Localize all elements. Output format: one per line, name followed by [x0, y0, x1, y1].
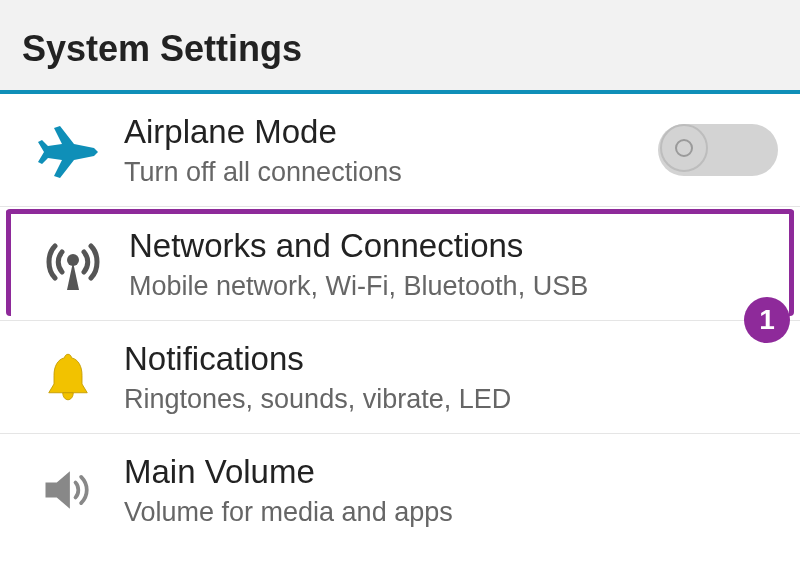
- callout-badge-1: 1: [744, 297, 790, 343]
- volume-subtitle: Volume for media and apps: [124, 496, 778, 528]
- speaker-icon: [18, 460, 118, 520]
- volume-title: Main Volume: [124, 452, 778, 492]
- settings-item-volume[interactable]: Main Volume Volume for media and apps: [0, 434, 800, 546]
- airplane-text: Airplane Mode Turn off all connections: [118, 112, 658, 188]
- notifications-subtitle: Ringtones, sounds, vibrate, LED: [124, 383, 778, 415]
- airplane-icon: [18, 118, 118, 182]
- settings-list: Airplane Mode Turn off all connections: [0, 94, 800, 546]
- networks-title: Networks and Connections: [129, 226, 773, 266]
- airplane-title: Airplane Mode: [124, 112, 658, 152]
- page-title: System Settings: [22, 28, 778, 70]
- settings-item-notifications[interactable]: Notifications Ringtones, sounds, vibrate…: [0, 321, 800, 434]
- notifications-title: Notifications: [124, 339, 778, 379]
- networks-text: Networks and Connections Mobile network,…: [123, 226, 773, 302]
- networks-subtitle: Mobile network, Wi-Fi, Bluetooth, USB: [129, 270, 773, 302]
- volume-text: Main Volume Volume for media and apps: [118, 452, 778, 528]
- header-bar: System Settings: [0, 0, 800, 94]
- notifications-text: Notifications Ringtones, sounds, vibrate…: [118, 339, 778, 415]
- settings-item-networks[interactable]: Networks and Connections Mobile network,…: [6, 209, 794, 316]
- bell-icon: [18, 349, 118, 405]
- settings-item-airplane[interactable]: Airplane Mode Turn off all connections: [0, 94, 800, 207]
- airplane-toggle[interactable]: [658, 124, 778, 176]
- settings-item-networks-wrapper: Networks and Connections Mobile network,…: [0, 209, 800, 321]
- airplane-subtitle: Turn off all connections: [124, 156, 658, 188]
- antenna-icon: [23, 232, 123, 296]
- toggle-knob: [660, 124, 708, 172]
